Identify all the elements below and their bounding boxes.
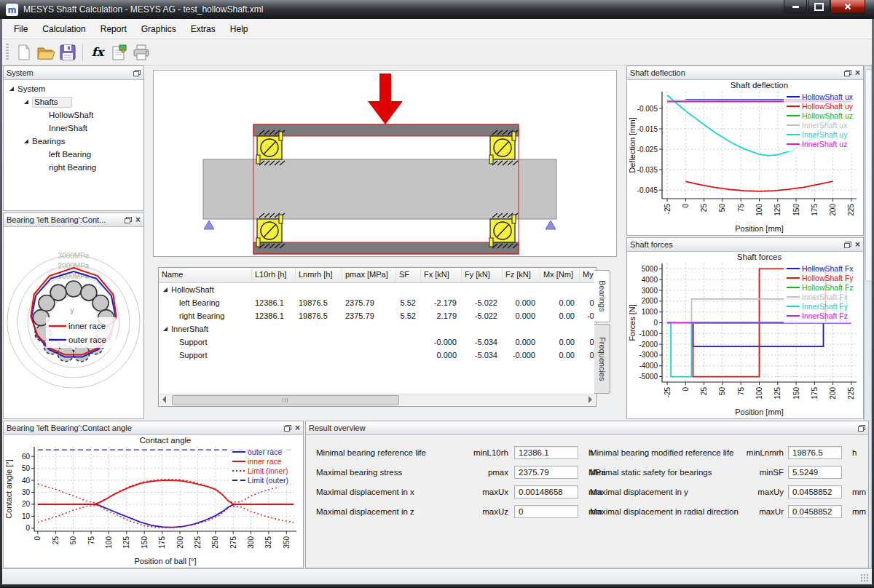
column-header-7[interactable]: Fz [kN] — [503, 268, 540, 282]
table-row[interactable]: Support0.000-5.034-0.0000.000.00 — [159, 349, 596, 362]
save-button[interactable] — [57, 42, 79, 63]
menu-extras[interactable]: Extras — [184, 21, 223, 37]
bearing-contact-titlebar[interactable]: Bearing 'left Bearing':Cont... × — [4, 213, 143, 227]
field-value-box[interactable]: 0.0458852 — [788, 485, 842, 498]
menu-bar: FileCalculationReportGraphicsExtrasHelp — [2, 19, 872, 39]
float-panel-icon[interactable] — [858, 425, 865, 432]
close-panel-icon[interactable]: × — [295, 424, 300, 432]
svg-text:100: 100 — [105, 536, 113, 549]
resize-grip[interactable] — [860, 573, 870, 583]
chart-canvas: -250255075100125150175200225500040003000… — [627, 252, 863, 418]
shaft-forces-titlebar[interactable]: Shaft forces × — [627, 238, 863, 252]
svg-text:225: 225 — [847, 387, 855, 400]
column-header-8[interactable]: Mx [Nm] — [540, 268, 580, 282]
table-row[interactable]: right Bearing12386.119876.52375.795.522.… — [159, 309, 596, 322]
tree-item-right-bearing[interactable]: right Bearing — [4, 161, 143, 174]
column-header-4[interactable]: SF — [396, 268, 421, 282]
cell-Lnmrh: 19876.5 — [296, 311, 342, 320]
menu-calculation[interactable]: Calculation — [35, 21, 92, 37]
contact-angle-titlebar[interactable]: Bearing 'left Bearing':Contact angle × — [4, 421, 303, 435]
field-value-box[interactable]: 19876.5 — [788, 446, 842, 459]
float-panel-icon[interactable] — [844, 242, 851, 248]
close-button[interactable] — [830, 0, 865, 14]
title-bar[interactable]: m MESYS Shaft Calculation - MESYS AG - t… — [0, 0, 874, 19]
menu-help[interactable]: Help — [223, 21, 256, 37]
result-overview-titlebar[interactable]: Result overview — [306, 421, 868, 435]
field-value-box[interactable]: 5.5249 — [788, 466, 842, 479]
inner-shaft[interactable] — [203, 159, 556, 219]
svg-text:0: 0 — [653, 319, 658, 327]
tree-item-left-bearing[interactable]: left Bearing — [4, 148, 143, 161]
tree-item-system[interactable]: System — [4, 82, 143, 95]
toolbar: fx — [2, 39, 872, 65]
row-expander-icon[interactable] — [163, 287, 168, 292]
close-panel-icon[interactable]: × — [855, 69, 860, 76]
dock-scrollbar-thumb[interactable] — [865, 69, 872, 282]
system-panel-titlebar[interactable]: System — [4, 66, 143, 80]
table-row[interactable]: HollowShaft — [159, 283, 596, 296]
tab-frequencies[interactable]: Frequencies — [594, 324, 610, 394]
float-panel-icon[interactable] — [133, 70, 141, 76]
svg-text:125: 125 — [122, 536, 130, 549]
column-header-0[interactable]: Name — [159, 268, 252, 282]
cell-Mx: 0.00 — [540, 311, 580, 320]
minimize-button[interactable] — [784, 0, 807, 14]
maximize-button[interactable] — [808, 0, 830, 14]
column-header-5[interactable]: Fx [kN] — [421, 268, 462, 282]
y-axis-label: Forces [N] — [628, 304, 637, 341]
toolbar-grip[interactable] — [6, 44, 9, 61]
svg-text:1000: 1000 — [642, 308, 658, 316]
svg-text:InnerShaft ux: InnerShaft ux — [802, 121, 848, 130]
new-file-button[interactable] — [13, 42, 35, 63]
app-icon-letter: m — [8, 4, 17, 15]
horizontal-scrollbar[interactable] — [160, 394, 595, 405]
shaft-deflection-title: Shaft deflection — [630, 68, 685, 77]
tree-item-innershaft[interactable]: InnerShaft — [4, 122, 143, 135]
report-button[interactable] — [109, 42, 130, 63]
row-name-label: right Bearing — [179, 311, 224, 320]
field-value-box[interactable]: 0.0458852 — [788, 505, 842, 518]
float-panel-icon[interactable] — [125, 217, 132, 223]
tab-bearings[interactable]: Bearings — [594, 270, 610, 322]
open-folder-icon — [36, 44, 55, 61]
tree-item-hollowshaft[interactable]: HollowShaft — [4, 108, 143, 122]
scroll-left-arrow[interactable] — [162, 396, 166, 403]
table-header[interactable]: NameL10rh [h]Lnmrh [h]pmax [MPa]SFFx [kN… — [159, 268, 596, 283]
row-name-label: Support — [179, 351, 208, 359]
tree-item-bearings[interactable]: Bearings — [4, 135, 143, 148]
table-row[interactable]: Support-0.000-5.0340.0000.000.00 — [159, 335, 596, 349]
svg-text:150: 150 — [141, 536, 149, 549]
column-header-1[interactable]: L10rh [h] — [252, 268, 296, 282]
svg-text:125: 125 — [773, 204, 782, 216]
tree-item-shafts[interactable]: Shafts — [4, 95, 143, 108]
print-button[interactable] — [130, 42, 152, 63]
close-panel-icon[interactable]: × — [135, 216, 141, 223]
menu-file[interactable]: File — [7, 21, 35, 37]
row-name-label: Support — [179, 338, 208, 346]
column-header-2[interactable]: Lnmrh [h] — [296, 268, 342, 282]
formula-button[interactable]: fx — [87, 42, 109, 63]
column-header-3[interactable]: pmax [MPa] — [342, 268, 396, 282]
tree-expander-icon[interactable] — [9, 87, 14, 91]
cell-Mx: 0.00 — [540, 298, 580, 307]
column-header-6[interactable]: Fy [kN] — [462, 268, 503, 282]
float-panel-icon[interactable] — [284, 425, 291, 432]
open-file-button[interactable] — [35, 42, 57, 63]
scroll-right-arrow[interactable] — [588, 396, 592, 403]
svg-text:275: 275 — [229, 536, 237, 549]
tree-item-label: right Bearing — [49, 163, 96, 172]
svg-text:InnerShaft uy: InnerShaft uy — [802, 130, 848, 139]
float-panel-icon[interactable] — [844, 70, 851, 76]
table-row[interactable]: left Bearing12386.119876.52375.795.52-2.… — [159, 296, 596, 309]
tree-expander-icon[interactable] — [24, 100, 28, 104]
table-row[interactable]: InnerShaft — [159, 322, 596, 335]
menu-report[interactable]: Report — [93, 21, 134, 37]
menu-graphics[interactable]: Graphics — [134, 21, 184, 37]
svg-text:-1000: -1000 — [639, 330, 658, 338]
shaft-deflection-titlebar[interactable]: Shaft deflection × — [627, 66, 863, 80]
tree-expander-icon[interactable] — [24, 139, 28, 143]
close-panel-icon[interactable]: × — [855, 241, 860, 248]
row-expander-icon[interactable] — [163, 327, 168, 331]
scrollbar-thumb[interactable] — [172, 395, 399, 405]
svg-text:-4000: -4000 — [639, 362, 658, 370]
